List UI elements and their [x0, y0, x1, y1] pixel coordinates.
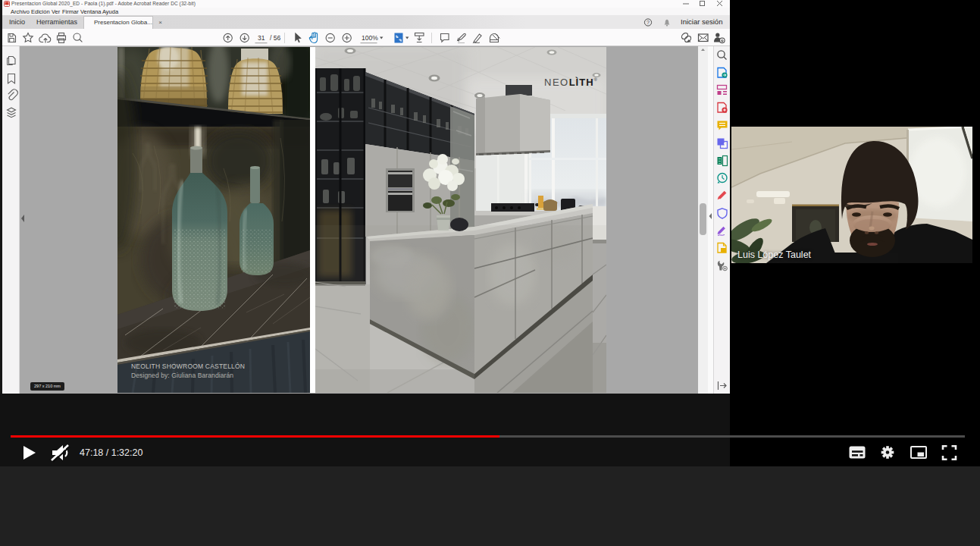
- svg-text:/ 56: / 56: [270, 34, 280, 42]
- svg-text:?: ?: [647, 20, 650, 25]
- svg-text:100%: 100%: [362, 34, 378, 42]
- svg-text:31: 31: [258, 34, 265, 42]
